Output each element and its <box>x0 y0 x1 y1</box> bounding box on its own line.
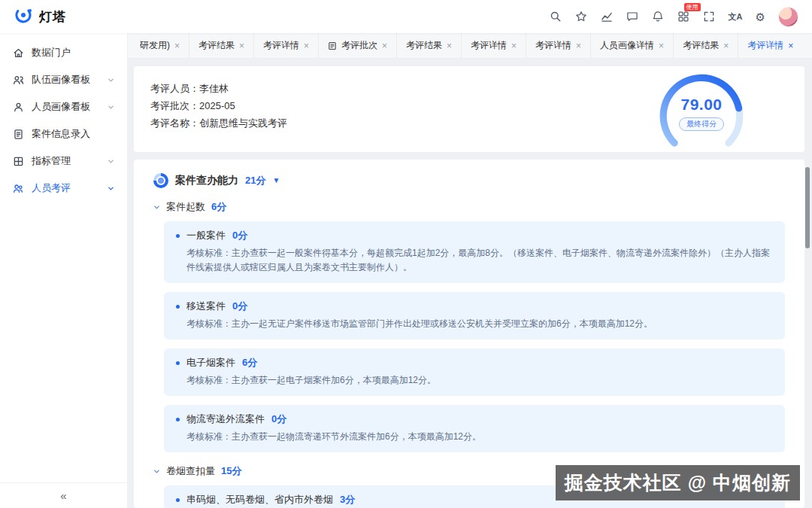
group-title: 卷烟查扣量 <box>166 464 215 478</box>
app-logo[interactable]: 灯塔 <box>14 5 66 28</box>
category-header[interactable]: 案件查办能力 21分 ▼ <box>153 173 785 188</box>
chevron-down-icon <box>108 77 114 84</box>
criterion-score: 0分 <box>271 412 286 426</box>
app-window: 灯塔 使用 文A <box>0 0 812 508</box>
bell-icon[interactable] <box>652 11 665 23</box>
assessment-detail-card: 案件查办能力 21分 ▼ 案件起数6分一般案件0分考核标准：主办查获一起一般案件… <box>134 160 804 508</box>
category-toggle-icon[interactable] <box>153 173 168 188</box>
watermark: 掘金技术社区 @ 中烟创新 <box>556 465 800 500</box>
tab-9[interactable]: 考评详情× <box>738 33 802 58</box>
tab-label: 考评结果 <box>406 39 442 52</box>
tab-close-icon[interactable]: × <box>511 41 517 50</box>
criterion-score: 0分 <box>232 300 247 313</box>
tab-close-icon[interactable]: × <box>382 41 387 50</box>
caret-down-icon[interactable]: ▼ <box>272 177 280 184</box>
tab-1[interactable]: 考评结果× <box>189 33 253 58</box>
bullet-dot-icon <box>176 361 180 365</box>
main-content: 考评人员：李佳林 考评批次：2025-05 考评名称：创新思维与实践考评 <box>128 59 812 508</box>
sidebar-menu: 数据门户队伍画像看板人员画像看板案件信息录入指标管理人员考评 <box>0 39 127 202</box>
sidebar: 数据门户队伍画像看板人员画像看板案件信息录入指标管理人员考评 « <box>0 33 128 508</box>
message-icon[interactable] <box>626 11 639 23</box>
criterion-title: 电子烟案件 <box>186 356 235 370</box>
team-icon <box>13 75 24 86</box>
trend-icon[interactable] <box>601 11 614 23</box>
bullet-dot-icon <box>176 418 180 421</box>
search-icon[interactable] <box>550 11 562 23</box>
chevron-down-icon <box>108 185 114 192</box>
scrollbar-thumb[interactable] <box>805 167 810 248</box>
batch-value: 2025-05 <box>199 100 235 111</box>
tab-label: 研发用) <box>140 39 170 52</box>
sidebar-item-indicator-mgmt[interactable]: 指标管理 <box>0 148 127 175</box>
tab-close-icon[interactable]: × <box>239 41 244 50</box>
tab-bar-actions <box>802 41 812 51</box>
criterion-description: 考核标准：主办查获一起电子烟案件加6分，本项最高加12分。 <box>176 373 773 388</box>
sidebar-item-case-entry[interactable]: 案件信息录入 <box>0 120 127 148</box>
score-gauge: 79.00 最终得分 <box>645 68 758 151</box>
document-icon <box>328 41 337 50</box>
assessment-groups: 案件起数6分一般案件0分考核标准：主办查获一起一般案件得基本分，每超额完成1起加… <box>153 200 785 508</box>
evaluation-summary-card: 考评人员：李佳林 考评批次：2025-05 考评名称：创新思维与实践考评 <box>134 66 804 152</box>
criterion-title-row: 物流寄递外流案件0分 <box>176 412 773 426</box>
tab-close-icon[interactable]: × <box>788 41 793 50</box>
tab-close-icon[interactable]: × <box>659 41 664 50</box>
criterion-title-row: 一般案件0分 <box>176 229 773 242</box>
app-title: 灯塔 <box>39 8 66 26</box>
tab-close-icon[interactable]: × <box>723 41 729 50</box>
tab-8[interactable]: 考评结果× <box>673 33 738 58</box>
tab-3[interactable]: 考评批次× <box>318 33 396 58</box>
translate-icon[interactable]: 文A <box>729 11 743 23</box>
group-header[interactable]: 案件起数6分 <box>153 200 785 214</box>
bullet-dot-icon <box>176 234 180 238</box>
sidebar-item-data-portal[interactable]: 数据门户 <box>0 39 127 66</box>
bullet-dot-icon <box>176 305 180 309</box>
tab-6[interactable]: 考评详情× <box>526 33 590 58</box>
name-value: 创新思维与实践考评 <box>199 117 287 129</box>
criterion-description: 考核标准：主办一起无证户案件移送市场监管部门并作出处理或移送公安机关并受理立案的… <box>176 317 773 331</box>
sidebar-item-label: 人员画像看板 <box>32 100 90 114</box>
assessment-group: 案件起数6分一般案件0分考核标准：主办查获一起一般案件得基本分，每超额完成1起加… <box>153 200 785 452</box>
group-title: 案件起数 <box>166 200 205 214</box>
criterion-card: 电子烟案件6分考核标准：主办查获一起电子烟案件加6分，本项最高加12分。 <box>164 348 785 396</box>
tab-label: 人员画像详情 <box>600 39 654 52</box>
tab-bar: 研发用)×考评结果×考评详情×考评批次×考评结果×考评详情×考评详情×人员画像详… <box>128 33 812 59</box>
name-label: 考评名称： <box>150 117 199 129</box>
tab-close-icon[interactable]: × <box>174 41 180 50</box>
sidebar-collapse-button[interactable]: « <box>0 482 127 508</box>
tab-0[interactable]: 研发用)× <box>131 33 189 58</box>
group-score: 15分 <box>221 464 241 478</box>
fullscreen-icon[interactable] <box>703 11 716 23</box>
star-icon[interactable] <box>575 11 588 23</box>
lighthouse-logo-icon <box>14 5 33 28</box>
tab-5[interactable]: 考评详情× <box>461 33 526 58</box>
person-label: 考评人员： <box>150 83 199 94</box>
home-icon <box>13 47 24 59</box>
sidebar-item-person-dashboard[interactable]: 人员画像看板 <box>0 93 127 120</box>
category-title: 案件查办能力 <box>175 174 238 187</box>
criterion-card: 移送案件0分考核标准：主办一起无证户案件移送市场监管部门并作出处理或移送公安机关… <box>164 292 785 339</box>
tab-close-icon[interactable]: × <box>447 41 452 50</box>
tab-4[interactable]: 考评结果× <box>396 33 461 58</box>
chevron-down-icon <box>153 204 160 211</box>
tab-7[interactable]: 人员画像详情× <box>590 33 673 58</box>
tab-close-icon[interactable]: × <box>304 41 309 50</box>
tab-label: 考评详情 <box>747 39 783 52</box>
criterion-title: 串码烟、无码卷烟、省内市外卷烟 <box>186 493 333 506</box>
person-value: 李佳林 <box>199 83 229 94</box>
tab-label: 考评批次 <box>341 39 377 52</box>
chevron-down-icon <box>153 468 160 475</box>
final-score-value: 79.00 <box>645 96 758 114</box>
board-icon <box>13 156 24 167</box>
sidebar-item-label: 数据门户 <box>32 46 71 59</box>
gear-icon[interactable]: ⚙ <box>756 11 765 23</box>
category-score: 21分 <box>245 174 265 187</box>
sidebar-item-team-dashboard[interactable]: 队伍画像看板 <box>0 66 127 93</box>
tab-2[interactable]: 考评详情× <box>253 33 318 58</box>
header-actions: 使用 文A ⚙ <box>550 7 798 27</box>
sidebar-item-label: 队伍画像看板 <box>32 73 90 87</box>
criterion-score: 6分 <box>242 356 257 370</box>
tab-close-icon[interactable]: × <box>576 41 581 50</box>
apps-grid-icon[interactable]: 使用 <box>677 11 690 23</box>
user-avatar[interactable] <box>778 7 798 27</box>
sidebar-item-personnel-review[interactable]: 人员考评 <box>0 175 127 202</box>
